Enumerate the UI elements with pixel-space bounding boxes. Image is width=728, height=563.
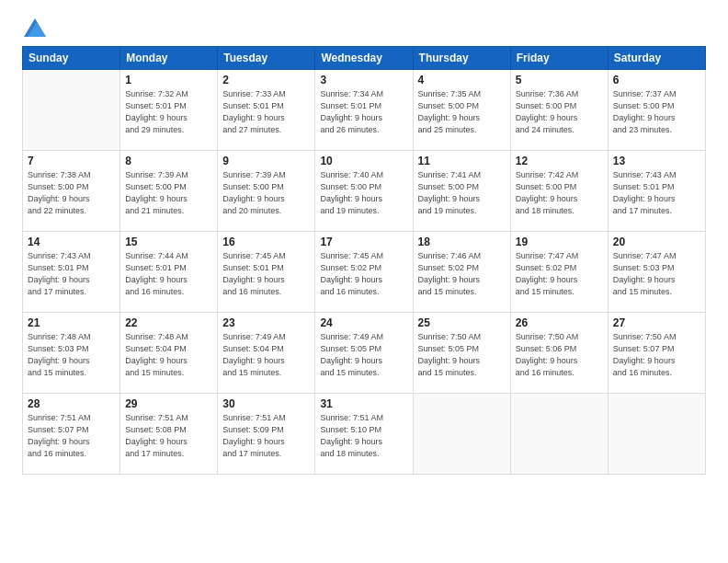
day-number: 6 bbox=[613, 74, 700, 86]
day-number: 7 bbox=[28, 155, 115, 167]
calendar-cell: 20Sunrise: 7:47 AM Sunset: 5:03 PM Dayli… bbox=[608, 232, 705, 313]
page: SundayMondayTuesdayWednesdayThursdayFrid… bbox=[0, 0, 728, 563]
week-row-2: 7Sunrise: 7:38 AM Sunset: 5:00 PM Daylig… bbox=[23, 151, 706, 232]
day-number: 16 bbox=[222, 236, 310, 248]
day-number: 20 bbox=[613, 236, 700, 248]
calendar-cell: 8Sunrise: 7:39 AM Sunset: 5:00 PM Daylig… bbox=[120, 151, 218, 232]
day-number: 15 bbox=[125, 236, 212, 248]
day-info: Sunrise: 7:42 AM Sunset: 5:00 PM Dayligh… bbox=[516, 169, 603, 217]
day-info: Sunrise: 7:48 AM Sunset: 5:03 PM Dayligh… bbox=[28, 331, 115, 379]
calendar-cell: 4Sunrise: 7:35 AM Sunset: 5:00 PM Daylig… bbox=[413, 70, 510, 151]
day-number: 26 bbox=[516, 316, 603, 329]
day-number: 3 bbox=[320, 74, 407, 86]
calendar-cell: 10Sunrise: 7:40 AM Sunset: 5:00 PM Dayli… bbox=[315, 151, 413, 232]
calendar-cell: 23Sunrise: 7:49 AM Sunset: 5:04 PM Dayli… bbox=[218, 313, 315, 394]
calendar-cell bbox=[608, 394, 705, 475]
weekday-header-monday: Monday bbox=[120, 47, 218, 70]
weekday-header-thursday: Thursday bbox=[413, 47, 510, 70]
day-number: 17 bbox=[320, 236, 407, 248]
day-info: Sunrise: 7:51 AM Sunset: 5:07 PM Dayligh… bbox=[28, 412, 115, 460]
calendar-cell: 9Sunrise: 7:39 AM Sunset: 5:00 PM Daylig… bbox=[218, 151, 315, 232]
day-number: 31 bbox=[320, 397, 407, 410]
day-number: 2 bbox=[222, 74, 310, 86]
day-info: Sunrise: 7:39 AM Sunset: 5:00 PM Dayligh… bbox=[222, 169, 310, 217]
day-info: Sunrise: 7:51 AM Sunset: 5:10 PM Dayligh… bbox=[320, 412, 407, 460]
day-info: Sunrise: 7:35 AM Sunset: 5:00 PM Dayligh… bbox=[418, 88, 506, 136]
calendar-cell: 17Sunrise: 7:45 AM Sunset: 5:02 PM Dayli… bbox=[315, 232, 413, 313]
calendar-cell: 13Sunrise: 7:43 AM Sunset: 5:01 PM Dayli… bbox=[608, 151, 705, 232]
day-info: Sunrise: 7:50 AM Sunset: 5:06 PM Dayligh… bbox=[516, 331, 603, 379]
week-row-3: 14Sunrise: 7:43 AM Sunset: 5:01 PM Dayli… bbox=[23, 232, 706, 313]
day-number: 23 bbox=[222, 316, 310, 329]
day-number: 19 bbox=[516, 236, 603, 248]
day-info: Sunrise: 7:43 AM Sunset: 5:01 PM Dayligh… bbox=[28, 250, 115, 298]
day-info: Sunrise: 7:40 AM Sunset: 5:00 PM Dayligh… bbox=[320, 169, 407, 217]
calendar-cell: 26Sunrise: 7:50 AM Sunset: 5:06 PM Dayli… bbox=[510, 313, 608, 394]
logo bbox=[22, 18, 46, 37]
week-row-1: 1Sunrise: 7:32 AM Sunset: 5:01 PM Daylig… bbox=[23, 70, 706, 151]
day-number: 4 bbox=[418, 74, 506, 86]
week-row-5: 28Sunrise: 7:51 AM Sunset: 5:07 PM Dayli… bbox=[23, 394, 706, 475]
calendar-cell: 12Sunrise: 7:42 AM Sunset: 5:00 PM Dayli… bbox=[510, 151, 608, 232]
calendar-table: SundayMondayTuesdayWednesdayThursdayFrid… bbox=[22, 46, 706, 475]
day-info: Sunrise: 7:32 AM Sunset: 5:01 PM Dayligh… bbox=[125, 88, 212, 136]
calendar-cell: 27Sunrise: 7:50 AM Sunset: 5:07 PM Dayli… bbox=[608, 313, 705, 394]
calendar-cell: 6Sunrise: 7:37 AM Sunset: 5:00 PM Daylig… bbox=[608, 70, 705, 151]
logo-icon bbox=[24, 18, 46, 37]
day-number: 30 bbox=[222, 397, 310, 410]
day-number: 27 bbox=[613, 316, 700, 329]
weekday-header-friday: Friday bbox=[510, 47, 608, 70]
day-info: Sunrise: 7:51 AM Sunset: 5:08 PM Dayligh… bbox=[125, 412, 212, 460]
calendar-cell: 29Sunrise: 7:51 AM Sunset: 5:08 PM Dayli… bbox=[120, 394, 218, 475]
day-info: Sunrise: 7:37 AM Sunset: 5:00 PM Dayligh… bbox=[613, 88, 700, 136]
calendar-cell: 11Sunrise: 7:41 AM Sunset: 5:00 PM Dayli… bbox=[413, 151, 510, 232]
day-number: 5 bbox=[516, 74, 603, 86]
calendar-cell bbox=[23, 70, 120, 151]
calendar-cell: 28Sunrise: 7:51 AM Sunset: 5:07 PM Dayli… bbox=[23, 394, 120, 475]
calendar-cell: 31Sunrise: 7:51 AM Sunset: 5:10 PM Dayli… bbox=[315, 394, 413, 475]
calendar-cell: 3Sunrise: 7:34 AM Sunset: 5:01 PM Daylig… bbox=[315, 70, 413, 151]
day-info: Sunrise: 7:51 AM Sunset: 5:09 PM Dayligh… bbox=[222, 412, 310, 460]
weekday-header-sunday: Sunday bbox=[23, 47, 120, 70]
day-number: 24 bbox=[320, 316, 407, 329]
calendar-cell: 24Sunrise: 7:49 AM Sunset: 5:05 PM Dayli… bbox=[315, 313, 413, 394]
day-info: Sunrise: 7:49 AM Sunset: 5:04 PM Dayligh… bbox=[222, 331, 310, 379]
day-info: Sunrise: 7:34 AM Sunset: 5:01 PM Dayligh… bbox=[320, 88, 407, 136]
weekday-header-row: SundayMondayTuesdayWednesdayThursdayFrid… bbox=[23, 47, 706, 70]
calendar-cell: 1Sunrise: 7:32 AM Sunset: 5:01 PM Daylig… bbox=[120, 70, 218, 151]
day-info: Sunrise: 7:45 AM Sunset: 5:02 PM Dayligh… bbox=[320, 250, 407, 298]
calendar-cell: 15Sunrise: 7:44 AM Sunset: 5:01 PM Dayli… bbox=[120, 232, 218, 313]
weekday-header-tuesday: Tuesday bbox=[218, 47, 315, 70]
week-row-4: 21Sunrise: 7:48 AM Sunset: 5:03 PM Dayli… bbox=[23, 313, 706, 394]
day-info: Sunrise: 7:39 AM Sunset: 5:00 PM Dayligh… bbox=[125, 169, 212, 217]
day-info: Sunrise: 7:41 AM Sunset: 5:00 PM Dayligh… bbox=[418, 169, 506, 217]
calendar-cell bbox=[510, 394, 608, 475]
day-number: 9 bbox=[222, 155, 310, 167]
day-info: Sunrise: 7:33 AM Sunset: 5:01 PM Dayligh… bbox=[222, 88, 310, 136]
day-number: 25 bbox=[418, 316, 506, 329]
calendar-cell: 30Sunrise: 7:51 AM Sunset: 5:09 PM Dayli… bbox=[218, 394, 315, 475]
header bbox=[22, 18, 706, 37]
day-number: 18 bbox=[418, 236, 506, 248]
day-number: 1 bbox=[125, 74, 212, 86]
calendar-cell: 16Sunrise: 7:45 AM Sunset: 5:01 PM Dayli… bbox=[218, 232, 315, 313]
day-info: Sunrise: 7:50 AM Sunset: 5:05 PM Dayligh… bbox=[418, 331, 506, 379]
calendar-cell: 25Sunrise: 7:50 AM Sunset: 5:05 PM Dayli… bbox=[413, 313, 510, 394]
day-info: Sunrise: 7:47 AM Sunset: 5:02 PM Dayligh… bbox=[516, 250, 603, 298]
calendar-cell: 22Sunrise: 7:48 AM Sunset: 5:04 PM Dayli… bbox=[120, 313, 218, 394]
calendar-cell: 14Sunrise: 7:43 AM Sunset: 5:01 PM Dayli… bbox=[23, 232, 120, 313]
calendar-cell: 5Sunrise: 7:36 AM Sunset: 5:00 PM Daylig… bbox=[510, 70, 608, 151]
day-info: Sunrise: 7:47 AM Sunset: 5:03 PM Dayligh… bbox=[613, 250, 700, 298]
calendar-cell: 19Sunrise: 7:47 AM Sunset: 5:02 PM Dayli… bbox=[510, 232, 608, 313]
day-number: 14 bbox=[28, 236, 115, 248]
day-info: Sunrise: 7:49 AM Sunset: 5:05 PM Dayligh… bbox=[320, 331, 407, 379]
calendar-cell: 7Sunrise: 7:38 AM Sunset: 5:00 PM Daylig… bbox=[23, 151, 120, 232]
day-info: Sunrise: 7:43 AM Sunset: 5:01 PM Dayligh… bbox=[613, 169, 700, 217]
day-info: Sunrise: 7:38 AM Sunset: 5:00 PM Dayligh… bbox=[28, 169, 115, 217]
day-number: 10 bbox=[320, 155, 407, 167]
day-info: Sunrise: 7:46 AM Sunset: 5:02 PM Dayligh… bbox=[418, 250, 506, 298]
day-info: Sunrise: 7:48 AM Sunset: 5:04 PM Dayligh… bbox=[125, 331, 212, 379]
calendar-cell: 2Sunrise: 7:33 AM Sunset: 5:01 PM Daylig… bbox=[218, 70, 315, 151]
day-number: 28 bbox=[28, 397, 115, 410]
day-number: 13 bbox=[613, 155, 700, 167]
